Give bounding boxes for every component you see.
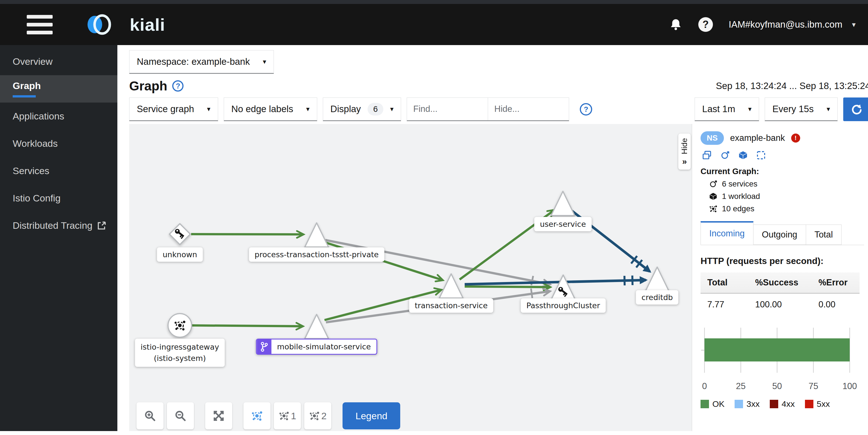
display-count-badge: 6 (368, 103, 383, 116)
display-select[interactable]: Display 6 ▾ (323, 97, 401, 121)
stat-workloads: 1 workload (701, 192, 864, 201)
graph-toolbar: 1 2 Legend (136, 402, 400, 429)
user-menu[interactable]: IAM#koyfman@us.ibm.com ▾ (729, 19, 856, 30)
branch-icon (261, 342, 268, 351)
applications-link-icon[interactable] (702, 150, 712, 160)
node-transaction-service[interactable] (438, 272, 465, 300)
traffic-tabs: Incoming Outgoing Total (701, 225, 864, 245)
legend-item-5xx: 5xx (805, 399, 830, 409)
chevron-down-icon: ▾ (306, 105, 310, 113)
find-hide-group (407, 97, 569, 121)
zoom-in-button[interactable] (136, 402, 163, 429)
chevron-down-icon: ▾ (207, 105, 211, 113)
node-user-service[interactable] (549, 189, 577, 218)
edges-icon (709, 205, 717, 213)
node-passthrough-cluster[interactable] (550, 273, 577, 301)
namespace-name: example-bank (730, 133, 785, 143)
summary-panel: NS example-bank ! Current Graph: 6 servi… (692, 124, 868, 431)
node-mobile-simulator-service[interactable] (303, 313, 330, 341)
sidebar-item-workloads[interactable]: Workloads (0, 130, 117, 157)
workload-icon (709, 192, 717, 201)
workloads-link-icon[interactable] (738, 150, 748, 160)
tab-total[interactable]: Total (806, 225, 841, 245)
legend-item-4xx: 4xx (770, 399, 795, 409)
node-label-creditdb[interactable]: creditdb (636, 290, 678, 304)
sidebar-item-istio-config[interactable]: Istio Config (0, 184, 117, 212)
stat-services: 6 services (701, 179, 864, 188)
node-creditdb[interactable] (644, 265, 671, 293)
namespace-badge: NS (701, 131, 724, 145)
page-title: Graph (129, 78, 167, 93)
time-range-label: Sep 18, 13:24:24 ... Sep 18, 13:25:24 (716, 81, 868, 91)
x-axis-ticks: 0 25 50 75 100 (701, 381, 865, 393)
kiali-logo-icon (84, 10, 126, 38)
layout-default-button[interactable] (244, 402, 271, 429)
node-label-user-service[interactable]: user-service (534, 217, 592, 231)
namespace-selector[interactable]: Namespace: example-bank ▾ (129, 50, 274, 74)
sidebar-item-services[interactable]: Services (0, 157, 117, 184)
sidebar-item-graph[interactable]: Graph (0, 75, 117, 103)
chevron-down-icon: ▾ (390, 105, 394, 113)
fit-to-screen-button[interactable] (205, 402, 232, 429)
edge-labels-select[interactable]: No edge labels ▾ (224, 97, 317, 121)
help-icon[interactable]: ? (698, 17, 713, 32)
node-label-transaction-service[interactable]: transaction-service (409, 298, 493, 313)
5xx-swatch (805, 400, 813, 408)
http-rates-table: Total %Success %Error 7.77 100.00 0.00 (701, 272, 860, 313)
external-link-icon (97, 221, 106, 230)
sidebar-item-distributed-tracing[interactable]: Distributed Tracing (0, 212, 117, 239)
4xx-swatch (770, 400, 778, 408)
zoom-out-button[interactable] (167, 402, 194, 429)
virtual-service-badge (257, 340, 271, 354)
node-label-passthrough-cluster[interactable]: PassthroughCluster (521, 298, 606, 313)
hide-input[interactable] (488, 98, 569, 120)
current-graph-title: Current Graph: (701, 167, 864, 176)
hamburger-menu-icon[interactable] (27, 15, 53, 34)
3xx-swatch (735, 400, 743, 408)
active-underline (13, 95, 36, 97)
chevron-down-icon: ▾ (748, 105, 751, 113)
legend-item-ok: OK (701, 399, 724, 409)
sidebar-item-applications[interactable]: Applications (0, 103, 117, 130)
node-process-transaction[interactable] (303, 221, 330, 249)
layout-1-button[interactable]: 1 (274, 402, 301, 429)
service-icon (709, 180, 717, 188)
node-label-istio-ingressgateway[interactable]: istio-ingressgateway (istio-system) (135, 339, 225, 367)
istio-config-link-icon[interactable] (756, 150, 766, 160)
node-label-mobile-simulator-service[interactable]: mobile-simulator-service (256, 339, 377, 355)
graph-canvas[interactable]: unknown process-transaction-tsstt-privat… (129, 124, 692, 431)
table-row: 7.77 100.00 0.00 (701, 293, 860, 313)
find-help-icon[interactable]: ? (580, 103, 592, 116)
node-label-process-transaction[interactable]: process-transaction-tsstt-private (249, 248, 384, 262)
legend-button[interactable]: Legend (343, 402, 400, 429)
kiali-brand: kiali (84, 10, 165, 38)
legend-item-3xx: 3xx (735, 399, 760, 409)
ok-bar (705, 338, 850, 361)
services-link-icon[interactable] (720, 150, 730, 160)
node-label-unknown[interactable]: unknown (157, 248, 203, 262)
hide-panel-tab[interactable]: Hide » (678, 134, 691, 170)
sidebar-item-overview[interactable]: Overview (0, 48, 117, 75)
stat-edges: 10 edges (701, 204, 864, 213)
graph-type-select[interactable]: Service graph ▾ (129, 97, 218, 121)
user-name: IAM#koyfman@us.ibm.com (729, 19, 842, 30)
layout-2-button[interactable]: 2 (304, 402, 331, 429)
notifications-bell-icon[interactable] (669, 18, 683, 31)
refresh-button[interactable] (843, 97, 868, 121)
masthead: kiali ? IAM#koyfman@us.ibm.com ▾ (0, 0, 868, 45)
graph-edges-layer (129, 124, 692, 431)
namespace-warning-icon[interactable]: ! (791, 134, 800, 143)
collapse-chevron-icon: » (682, 157, 687, 166)
duration-select[interactable]: Last 1m ▾ (694, 97, 759, 121)
find-input[interactable] (407, 98, 488, 120)
status-chart: 0 25 50 75 100 OK 3xx (701, 325, 864, 409)
node-istio-ingressgateway[interactable] (166, 312, 193, 339)
chart-legend: OK 3xx 4xx 5xx (701, 399, 864, 409)
node-unknown[interactable] (168, 222, 192, 246)
chevron-down-icon: ▾ (827, 105, 830, 113)
graph-help-icon[interactable]: ? (172, 80, 184, 92)
refresh-interval-select[interactable]: Every 15s ▾ (765, 97, 838, 121)
brand-title: kiali (130, 14, 165, 35)
tab-outgoing[interactable]: Outgoing (753, 225, 806, 245)
tab-incoming[interactable]: Incoming (701, 221, 753, 245)
